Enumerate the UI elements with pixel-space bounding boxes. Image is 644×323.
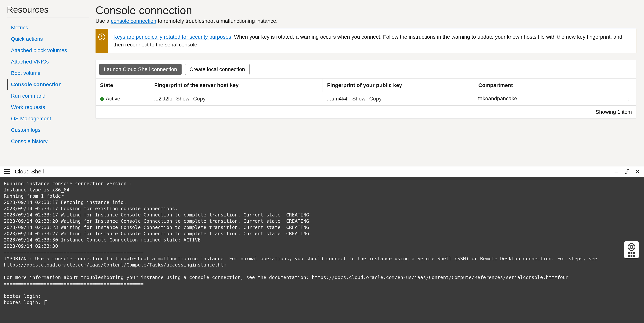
card-actions: Launch Cloud Shell connection Create loc… (96, 60, 636, 79)
cloud-shell-panel: Cloud Shell Running instance console con… (0, 166, 644, 323)
subtext-prefix: Use a (96, 18, 111, 24)
svg-line-10 (629, 244, 630, 246)
sidebar-item-metrics[interactable]: Metrics (7, 22, 89, 33)
sidebar-item-console-history[interactable]: Console history (7, 136, 89, 147)
sidebar-nav: Metrics Quick actions Attached block vol… (7, 22, 89, 147)
svg-line-4 (627, 170, 629, 171)
compartment-value: takoandpancake (478, 96, 517, 102)
cell-compartment: takoandpancake ⋮ (474, 92, 636, 106)
sidebar-title: Resources (7, 4, 89, 15)
alert-body: Keys are periodically rotated for securi… (108, 29, 636, 53)
help-widget[interactable] (624, 241, 639, 258)
sidebar-item-custom-logs[interactable]: Custom logs (7, 124, 89, 136)
sidebar-item-boot-volume[interactable]: Boot volume (7, 68, 89, 79)
public-fp-show-link[interactable]: Show (352, 96, 366, 102)
sidebar-item-console-connection[interactable]: Console connection (7, 79, 89, 90)
connection-card: Launch Cloud Shell connection Create loc… (96, 60, 636, 119)
th-server-fp: Fingerprint of the server host key (150, 79, 323, 92)
table-row: Active ...2lJ2lo Show Copy ...um4k4l Sho… (96, 92, 636, 106)
public-fp-copy-link[interactable]: Copy (369, 96, 382, 102)
shell-titlebar: Cloud Shell (0, 166, 644, 177)
expand-icon[interactable] (624, 169, 630, 174)
sidebar-item-run-command[interactable]: Run command (7, 90, 89, 102)
sidebar-divider (7, 17, 89, 18)
connections-table: State Fingerprint of the server host key… (96, 79, 636, 106)
row-actions-menu-icon[interactable]: ⋮ (624, 96, 632, 102)
svg-line-11 (632, 248, 634, 250)
console-connection-link[interactable]: console connection (111, 18, 156, 24)
sidebar: Resources Metrics Quick actions Attached… (0, 0, 96, 166)
cell-server-fp: ...2lJ2lo Show Copy (150, 92, 323, 106)
svg-line-5 (625, 172, 627, 174)
shell-output: Running instance console connection vers… (4, 181, 600, 305)
svg-line-12 (632, 244, 634, 246)
shell-title: Cloud Shell (15, 168, 44, 175)
warning-icon (96, 29, 108, 53)
minimize-icon[interactable] (614, 169, 619, 174)
create-local-connection-button[interactable]: Create local connection (185, 64, 250, 75)
svg-line-13 (629, 248, 630, 250)
sidebar-item-attached-vnics[interactable]: Attached VNICs (7, 56, 89, 68)
key-rotation-alert: Keys are periodically rotated for securi… (96, 28, 636, 53)
th-compartment: Compartment (474, 79, 636, 92)
server-fp-value: ...2lJ2lo (154, 96, 172, 102)
cursor-icon (44, 300, 47, 305)
th-public-fp: Fingerprint of your public key (323, 79, 474, 92)
status-dot-icon (100, 97, 104, 101)
alert-link[interactable]: Keys are periodically rotated for securi… (114, 34, 231, 40)
cell-state: Active (96, 92, 150, 106)
shell-body[interactable]: Running instance console connection vers… (0, 177, 644, 323)
svg-point-2 (102, 38, 102, 39)
table-footer: Showing 1 item (96, 106, 636, 118)
hamburger-icon[interactable] (4, 169, 10, 174)
sidebar-item-attached-block-volumes[interactable]: Attached block volumes (7, 45, 89, 56)
server-fp-copy-link[interactable]: Copy (193, 96, 206, 102)
server-fp-show-link[interactable]: Show (176, 96, 189, 102)
lifebuoy-icon (627, 243, 636, 251)
subtext-suffix: to remotely troubleshoot a malfunctionin… (156, 18, 278, 24)
main-content: Console connection Use a console connect… (96, 0, 644, 166)
sidebar-item-quick-actions[interactable]: Quick actions (7, 33, 89, 45)
launch-cloud-shell-button[interactable]: Launch Cloud Shell connection (99, 64, 182, 75)
state-text: Active (106, 96, 120, 102)
th-state: State (96, 79, 150, 92)
close-icon[interactable] (635, 169, 640, 174)
cell-public-fp: ...um4k4l Show Copy (323, 92, 474, 106)
page-subtext: Use a console connection to remotely tro… (96, 18, 636, 24)
sidebar-item-os-management[interactable]: OS Management (7, 113, 89, 124)
public-fp-value: ...um4k4l (327, 96, 348, 102)
sidebar-item-work-requests[interactable]: Work requests (7, 102, 89, 113)
svg-point-9 (630, 246, 633, 248)
page-title: Console connection (96, 4, 636, 16)
grid-icon (628, 252, 635, 257)
